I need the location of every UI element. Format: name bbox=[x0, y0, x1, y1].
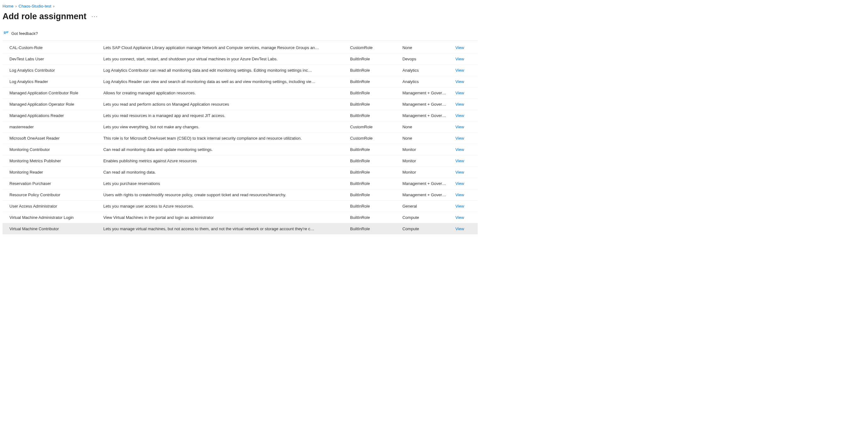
table-row[interactable]: Monitoring ContributorCan read all monit… bbox=[2, 144, 478, 155]
view-link[interactable]: View bbox=[455, 193, 464, 197]
view-link[interactable]: View bbox=[455, 181, 464, 186]
role-category-cell: Devops bbox=[402, 54, 455, 65]
table-row[interactable]: Managed Application Contributor RoleAllo… bbox=[2, 87, 478, 99]
role-type-cell: BuiltInRole bbox=[349, 87, 402, 99]
table-row[interactable]: Managed Application Operator RoleLets yo… bbox=[2, 99, 478, 110]
view-link[interactable]: View bbox=[455, 170, 464, 175]
table-row[interactable]: CAL-Custom-RoleLets SAP Cloud Appliance … bbox=[2, 42, 478, 54]
role-type-cell: BuiltInRole bbox=[349, 212, 402, 223]
view-link[interactable]: View bbox=[455, 147, 464, 152]
view-link[interactable]: View bbox=[455, 204, 464, 208]
role-name-cell: Managed Application Operator Role bbox=[2, 99, 103, 110]
view-link[interactable]: View bbox=[455, 68, 464, 73]
role-view-cell: View bbox=[455, 178, 478, 189]
view-link[interactable]: View bbox=[455, 215, 464, 220]
view-link[interactable]: View bbox=[455, 136, 464, 141]
breadcrumb-separator: › bbox=[53, 4, 54, 8]
role-description-cell: Log Analytics Reader can view and search… bbox=[103, 76, 349, 87]
role-type-cell: BuiltInRole bbox=[349, 76, 402, 87]
role-description-cell: Can read all monitoring data and update … bbox=[103, 144, 349, 155]
role-category-cell: Management + Gover… bbox=[402, 189, 455, 201]
role-category-cell: Management + Gover… bbox=[402, 110, 455, 121]
role-category-cell: Compute bbox=[402, 223, 455, 235]
table-row[interactable]: Monitoring Metrics PublisherEnables publ… bbox=[2, 155, 478, 167]
role-type-cell: BuiltInRole bbox=[349, 54, 402, 65]
table-row[interactable]: DevTest Labs UserLets you connect, start… bbox=[2, 54, 478, 65]
table-row[interactable]: Virtual Machine Administrator LoginView … bbox=[2, 212, 478, 223]
feedback-label: Got feedback? bbox=[11, 31, 38, 36]
role-view-cell: View bbox=[455, 212, 478, 223]
role-view-cell: View bbox=[455, 54, 478, 65]
role-description-cell: Lets you view everything, but not make a… bbox=[103, 121, 349, 133]
table-row[interactable]: Managed Applications ReaderLets you read… bbox=[2, 110, 478, 121]
role-description-cell: Lets you connect, start, restart, and sh… bbox=[103, 54, 349, 65]
role-category-cell: General bbox=[402, 201, 455, 212]
role-description-cell: Lets you manage virtual machines, but no… bbox=[103, 223, 349, 235]
breadcrumb-home[interactable]: Home bbox=[2, 4, 13, 8]
feedback-link[interactable]: Got feedback? bbox=[2, 29, 478, 40]
role-description-cell: View Virtual Machines in the portal and … bbox=[103, 212, 349, 223]
role-description-cell: Lets you purchase reservations bbox=[103, 178, 349, 189]
role-name-cell: Virtual Machine Contributor bbox=[2, 223, 103, 235]
role-description-cell: Log Analytics Contributor can read all m… bbox=[103, 65, 349, 76]
breadcrumb-separator: › bbox=[16, 4, 17, 8]
role-name-cell: Log Analytics Reader bbox=[2, 76, 103, 87]
table-row[interactable]: Log Analytics ContributorLog Analytics C… bbox=[2, 65, 478, 76]
view-link[interactable]: View bbox=[455, 91, 464, 95]
role-name-cell: Managed Application Contributor Role bbox=[2, 87, 103, 99]
role-description-cell: Lets SAP Cloud Appliance Library applica… bbox=[103, 42, 349, 54]
table-row[interactable]: Log Analytics ReaderLog Analytics Reader… bbox=[2, 76, 478, 87]
role-view-cell: View bbox=[455, 133, 478, 144]
role-type-cell: BuiltInRole bbox=[349, 99, 402, 110]
role-name-cell: Virtual Machine Administrator Login bbox=[2, 212, 103, 223]
view-link[interactable]: View bbox=[455, 113, 464, 118]
breadcrumb: Home › Chaos-Studio-test › bbox=[2, 2, 478, 12]
view-link[interactable]: View bbox=[455, 45, 464, 50]
view-link[interactable]: View bbox=[455, 102, 464, 107]
role-view-cell: View bbox=[455, 223, 478, 235]
table-row[interactable]: User Access AdministratorLets you manage… bbox=[2, 201, 478, 212]
role-name-cell: Managed Applications Reader bbox=[2, 110, 103, 121]
role-view-cell: View bbox=[455, 155, 478, 167]
table-row[interactable]: Virtual Machine ContributorLets you mana… bbox=[2, 223, 478, 235]
role-view-cell: View bbox=[455, 87, 478, 99]
role-category-cell: Compute bbox=[402, 212, 455, 223]
table-row[interactable]: Microsoft OneAsset ReaderThis role is fo… bbox=[2, 133, 478, 144]
role-category-cell: Monitor bbox=[402, 155, 455, 167]
breadcrumb-item-1[interactable]: Chaos-Studio-test bbox=[19, 4, 51, 8]
table-row[interactable]: masterreaderLets you view everything, bu… bbox=[2, 121, 478, 133]
svg-point-0 bbox=[4, 32, 6, 33]
role-category-cell: Management + Gover… bbox=[402, 87, 455, 99]
role-category-cell: Management + Gover… bbox=[402, 178, 455, 189]
role-name-cell: Resource Policy Contributor bbox=[2, 189, 103, 201]
divider bbox=[2, 40, 478, 41]
role-category-cell: Analytics bbox=[402, 65, 455, 76]
table-row[interactable]: Monitoring ReaderCan read all monitoring… bbox=[2, 167, 478, 178]
role-name-cell: masterreader bbox=[2, 121, 103, 133]
view-link[interactable]: View bbox=[455, 159, 464, 163]
role-category-cell: None bbox=[402, 133, 455, 144]
page-title-row: Add role assignment ··· bbox=[2, 12, 478, 29]
role-name-cell: Log Analytics Contributor bbox=[2, 65, 103, 76]
role-type-cell: BuiltInRole bbox=[349, 189, 402, 201]
view-link[interactable]: View bbox=[455, 57, 464, 61]
role-description-cell: Lets you read resources in a managed app… bbox=[103, 110, 349, 121]
role-description-cell: Can read all monitoring data. bbox=[103, 167, 349, 178]
table-row[interactable]: Reservation PurchaserLets you purchase r… bbox=[2, 178, 478, 189]
role-description-cell: Lets you manage user access to Azure res… bbox=[103, 201, 349, 212]
role-view-cell: View bbox=[455, 76, 478, 87]
role-view-cell: View bbox=[455, 110, 478, 121]
view-link[interactable]: View bbox=[455, 79, 464, 84]
role-name-cell: DevTest Labs User bbox=[2, 54, 103, 65]
role-category-cell: Management + Gover… bbox=[402, 99, 455, 110]
role-type-cell: BuiltInRole bbox=[349, 110, 402, 121]
table-row[interactable]: Resource Policy ContributorUsers with ri… bbox=[2, 189, 478, 201]
more-actions-button[interactable]: ··· bbox=[91, 13, 98, 20]
view-link[interactable]: View bbox=[455, 226, 464, 231]
role-type-cell: CustomRole bbox=[349, 133, 402, 144]
role-description-cell: Lets you read and perform actions on Man… bbox=[103, 99, 349, 110]
role-category-cell: Analytics bbox=[402, 76, 455, 87]
role-type-cell: BuiltInRole bbox=[349, 144, 402, 155]
role-type-cell: BuiltInRole bbox=[349, 178, 402, 189]
view-link[interactable]: View bbox=[455, 124, 464, 129]
